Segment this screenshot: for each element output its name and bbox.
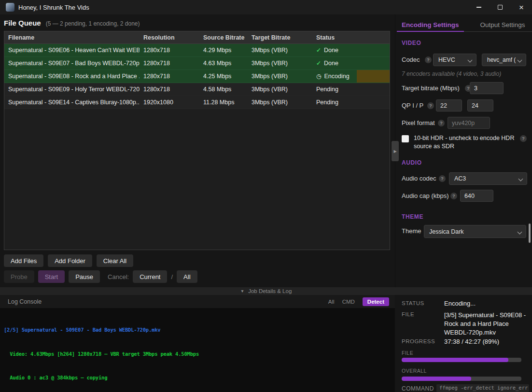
audio-cap-help-icon[interactable]: ? (450, 193, 457, 199)
codec-label: Codec (402, 56, 420, 63)
cell-target-bitrate: 3Mbps (VBR) (248, 99, 312, 106)
cell-source-bitrate: 11.28 Mbps (199, 99, 248, 106)
settings-tabs: Encoding Settings Output Settings (397, 18, 532, 32)
cell-status: Pending (312, 99, 390, 106)
log-filters: All CMD Detect (328, 295, 389, 308)
add-folder-button[interactable]: Add Folder (48, 254, 92, 267)
cell-resolution: 1280x718 (140, 60, 199, 67)
app-icon (6, 3, 14, 12)
cell-source-bitrate: 4.29 Mbps (199, 47, 248, 54)
maximize-button[interactable] (490, 0, 511, 14)
file-queue-table: Filename Resolution Source Bitrate Targe… (4, 31, 390, 250)
cell-status: Pending (312, 86, 390, 93)
cell-target-bitrate: 3Mbps (VBR) (248, 73, 312, 80)
log-filter-detect[interactable]: Detect (363, 297, 389, 306)
progress-label: PROGRESS (402, 338, 435, 344)
settings-scrollbar[interactable] (529, 224, 531, 243)
status-text: Done (324, 60, 338, 67)
chevron-down-icon (518, 177, 523, 182)
command-label: COMMAND (402, 385, 434, 392)
tab-encoding-settings[interactable]: Encoding Settings (397, 18, 464, 32)
cell-status: ◷Encoding (312, 73, 390, 80)
theme-label: Theme (402, 227, 421, 235)
cell-source-bitrate: 4.25 Mbps (199, 73, 248, 80)
file-label: FILE (402, 311, 414, 317)
column-header-source-bitrate: Source Bitrate (199, 34, 248, 41)
cell-filename: Supernatural - S09E14 - Captives Bluray-… (4, 99, 140, 106)
status-value: Encoding... (444, 300, 529, 307)
encoder-select-value: hevc_amf ( (487, 56, 516, 63)
column-header-target-bitrate: Target Bitrate (248, 34, 312, 41)
table-row[interactable]: Supernatural - S09E07 - Bad Boys WEBDL-7… (4, 57, 390, 70)
minimize-button[interactable] (468, 0, 490, 14)
overall-bar-label: OVERALL (402, 368, 427, 374)
close-button[interactable]: × (511, 0, 532, 14)
hdr-help-icon[interactable]: ? (520, 135, 527, 142)
titlebar: Honey, I Shrunk The Vids × (0, 0, 532, 14)
cell-filename: Supernatural - S09E08 - Rock and a Hard … (4, 73, 140, 80)
status-label: STATUS (402, 300, 424, 306)
table-row[interactable]: Supernatural - S09E14 - Captives Bluray-… (4, 96, 390, 109)
cell-filename: Supernatural - S09E06 - Heaven Can't Wai… (4, 47, 140, 54)
theme-select[interactable]: Jessica Dark (424, 225, 526, 238)
tab-output-settings[interactable]: Output Settings (476, 18, 530, 31)
column-header-filename: Filename (4, 34, 140, 41)
start-button[interactable]: Start (38, 270, 65, 283)
encoder-select[interactable]: hevc_amf ( (482, 54, 526, 66)
clear-all-button[interactable]: Clear All (97, 254, 133, 267)
log-console-title: Log Console (8, 298, 42, 305)
progress-value: 37:38 / 42:27 (89%) (444, 338, 529, 345)
minimize-icon (476, 7, 481, 8)
cell-resolution: 1280x718 (140, 47, 199, 54)
window-controls: × (468, 0, 532, 14)
cancel-separator: / (171, 273, 173, 280)
pixel-format-input[interactable] (448, 117, 490, 129)
cancel-label: Cancel: (108, 273, 129, 280)
chevron-down-icon (518, 58, 522, 63)
target-bitrate-input[interactable] (470, 82, 504, 94)
audio-cap-input[interactable] (460, 190, 493, 202)
qp-help-icon[interactable]: ? (427, 102, 434, 109)
audio-section-header: AUDIO (402, 159, 422, 166)
column-header-resolution: Resolution (140, 34, 199, 41)
codec-select-value: HEVC (438, 56, 455, 63)
table-header-row: Filename Resolution Source Bitrate Targe… (4, 31, 390, 44)
file-progress-bar (402, 358, 521, 362)
audio-codec-label: Audio codec (402, 175, 436, 182)
chevron-down-icon (468, 58, 473, 63)
probe-button[interactable]: Probe (4, 270, 34, 283)
audio-codec-help-icon[interactable]: ? (439, 175, 446, 182)
qp-i-input[interactable] (436, 99, 462, 112)
overall-progress-fill (402, 377, 471, 381)
log-filter-cmd[interactable]: CMD (342, 299, 355, 305)
codec-select[interactable]: HEVC (433, 54, 476, 66)
status-text: Encoding (324, 73, 349, 80)
table-row[interactable]: Supernatural - S09E08 - Rock and a Hard … (4, 70, 390, 83)
app-title: Honey, I Shrunk The Vids (18, 4, 89, 11)
pixel-format-label: Pixel format (402, 119, 435, 126)
audio-codec-select[interactable]: AC3 (449, 172, 527, 185)
cancel-all-button[interactable]: All (177, 270, 197, 283)
cancel-current-button[interactable]: Current (133, 270, 167, 283)
cell-target-bitrate: 3Mbps (VBR) (248, 47, 312, 54)
column-header-status: Status (312, 34, 390, 41)
chevron-down-icon (518, 230, 522, 235)
encoders-hint: 7 encoders available (4 video, 3 audio) (402, 70, 501, 77)
table-row[interactable]: Supernatural - S09E06 - Heaven Can't Wai… (4, 44, 390, 57)
add-files-button[interactable]: Add Files (4, 254, 43, 267)
overall-progress-bar (402, 377, 521, 381)
cell-resolution: 1280x718 (140, 86, 199, 93)
hdr-checkbox[interactable] (402, 135, 409, 142)
codec-help-icon[interactable]: ? (425, 56, 432, 63)
cell-status: ✓Done (312, 47, 390, 54)
log-filter-all[interactable]: All (328, 299, 335, 305)
pause-button[interactable]: Pause (69, 270, 100, 283)
cell-target-bitrate: 3Mbps (VBR) (248, 60, 312, 67)
qp-p-input[interactable] (467, 99, 493, 112)
table-row[interactable]: Supernatural - S09E09 - Holy Terror WEBD… (4, 83, 390, 96)
log-output[interactable]: [2/5] Supernatural - S09E07 - Bad Boys W… (0, 308, 395, 392)
pixel-format-help-icon[interactable]: ? (438, 120, 445, 126)
done-check-icon: ✓ (316, 47, 321, 54)
theme-select-value: Jessica Dark (429, 228, 464, 235)
job-details-bar[interactable]: ▼ Job Details & Log (0, 287, 532, 295)
